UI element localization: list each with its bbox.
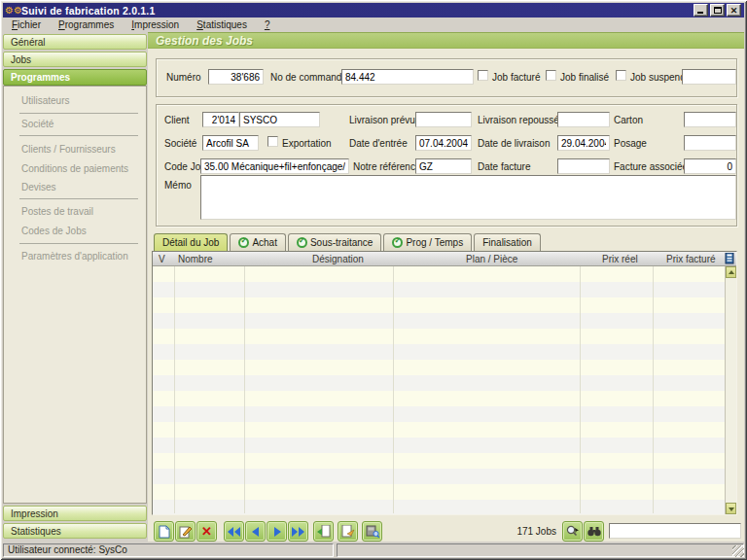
livraison-repoussee-field[interactable] — [557, 112, 610, 127]
sidebar-item-societe[interactable]: Société — [21, 118, 53, 131]
delete-record-button[interactable]: ✕ — [196, 521, 217, 542]
exportation-checkbox[interactable] — [267, 136, 278, 147]
title-bar[interactable]: ⚙⚙ Suivi de fabrication 2.0.1.1 ✕ — [3, 3, 744, 18]
scroll-up-button[interactable] — [726, 266, 736, 278]
exportation-label: Exportation — [282, 137, 332, 151]
status-user-panel: Utilisateur connecté: SysCo — [3, 543, 334, 557]
main-panel: Gestion des Jobs Numéro No de commande J… — [148, 32, 744, 542]
job-facture-checkbox[interactable] — [478, 70, 488, 81]
close-button[interactable]: ✕ — [727, 4, 741, 17]
sidebar-item-codes-jobs[interactable]: Codes de Jobs — [21, 225, 87, 238]
menu-help[interactable]: ? — [256, 18, 279, 32]
edit-pencil-icon — [179, 525, 193, 539]
date-livraison-field[interactable] — [557, 135, 610, 151]
edit-record-button[interactable] — [175, 521, 196, 542]
job-suspendu-checkbox[interactable] — [616, 70, 626, 81]
tab-detail-du-job[interactable]: Détail du Job — [154, 233, 228, 251]
goto-job-button[interactable] — [313, 521, 334, 542]
sidebar-item-postes-travail[interactable]: Postes de travail — [21, 205, 93, 219]
first-record-button[interactable] — [224, 521, 244, 542]
column-separator — [580, 266, 581, 513]
carton-field[interactable] — [684, 112, 736, 127]
date-entree-label: Date d'entrée — [349, 137, 408, 151]
magnifier-cursor-icon — [566, 525, 580, 538]
job-tabs: Détail du Job Achat Sous-traitance Prog … — [154, 233, 541, 251]
memo-label: Mémo — [164, 179, 192, 192]
last-record-button[interactable] — [288, 521, 308, 542]
column-separator — [393, 266, 394, 513]
sidebar-group-statistiques[interactable]: Statistiques — [3, 523, 147, 539]
job-finalise-checkbox[interactable] — [546, 70, 556, 81]
col-plan-piece[interactable]: Plan / Pièce — [466, 252, 517, 266]
next-arrow-icon — [273, 527, 281, 537]
sidebar-group-impression[interactable]: Impression — [3, 506, 147, 521]
new-page-icon — [159, 525, 170, 539]
resize-grip[interactable] — [732, 545, 744, 557]
job-suspendu-field[interactable] — [682, 69, 736, 85]
notre-reference-label: Notre référence — [353, 160, 420, 174]
minimize-button[interactable] — [694, 4, 708, 17]
scroll-down-button[interactable] — [726, 503, 736, 514]
date-facture-field[interactable] — [557, 158, 610, 174]
col-prix-reel[interactable]: Prix réel — [602, 252, 638, 266]
sidebar-separator — [19, 113, 138, 114]
status-bar: Utilisateur connecté: SysCo — [3, 543, 744, 558]
numero-field[interactable] — [208, 69, 264, 85]
sidebar-group-general[interactable]: Général — [3, 34, 147, 50]
quick-search-input[interactable] — [609, 523, 741, 539]
menu-programmes[interactable]: Programmes — [50, 18, 123, 32]
col-designation[interactable]: Désignation — [312, 252, 364, 266]
societe-field[interactable] — [202, 135, 259, 151]
col-prix-facture[interactable]: Prix facturé — [666, 252, 716, 266]
print-preview-button[interactable] — [362, 521, 382, 542]
col-nombre[interactable]: Nombre — [178, 252, 213, 266]
sidebar-panel: Utilisateurs Société Clients / Fournisse… — [3, 86, 147, 504]
date-entree-field[interactable] — [415, 135, 472, 151]
sidebar-item-utilisateurs[interactable]: Utilisateurs — [21, 94, 69, 108]
page-edit-arrow-icon — [341, 525, 355, 538]
job-report-button[interactable] — [338, 521, 358, 542]
menu-statistiques[interactable]: Statistiques — [188, 18, 256, 32]
filter-search-button[interactable] — [562, 521, 583, 542]
livraison-prevue-label: Livraison prévue — [349, 114, 420, 127]
client-name-field[interactable] — [239, 112, 320, 127]
livraison-prevue-field[interactable] — [415, 112, 472, 127]
sidebar-item-parametres-application[interactable]: Paramètres d'application — [21, 250, 128, 263]
sidebar-group-jobs[interactable]: Jobs — [3, 52, 147, 67]
livraison-repoussee-label: Livraison repoussée — [478, 114, 565, 127]
vertical-scrollbar[interactable] — [725, 266, 736, 514]
col-v[interactable]: V — [159, 252, 165, 266]
column-separator — [244, 266, 245, 513]
check-circle-icon — [238, 237, 249, 248]
find-button[interactable] — [584, 521, 604, 542]
client-code-field[interactable] — [202, 112, 239, 127]
tab-sous-traitance[interactable]: Sous-traitance — [288, 233, 381, 251]
next-record-button[interactable] — [267, 521, 287, 542]
new-record-button[interactable] — [154, 521, 174, 542]
code-job-field[interactable] — [200, 158, 349, 174]
sidebar-group-programmes[interactable]: Programmes — [3, 69, 147, 86]
tab-finalisation[interactable]: Finalisation — [474, 233, 541, 251]
tab-prog-temps[interactable]: Prog / Temps — [383, 233, 472, 251]
page-title: Gestion des Jobs — [148, 32, 744, 49]
no-commande-field[interactable] — [341, 69, 474, 85]
table-body-empty-rows[interactable] — [153, 266, 725, 514]
menu-fichier[interactable]: Fichier — [3, 18, 50, 32]
sidebar-item-devises[interactable]: Devises — [21, 181, 56, 194]
tab-achat[interactable]: Achat — [230, 233, 286, 251]
app-gears-icon: ⚙⚙ — [5, 5, 18, 17]
posage-field[interactable] — [684, 135, 736, 151]
memo-textarea[interactable] — [200, 175, 736, 220]
column-options-icon[interactable] — [725, 253, 735, 267]
maximize-button[interactable] — [710, 4, 725, 17]
sidebar-item-clients-fournisseurs[interactable]: Clients / Fournisseurs — [21, 143, 116, 157]
sidebar-item-conditions-paiements[interactable]: Conditions de paiements — [21, 162, 128, 176]
status-secondary-panel — [337, 543, 744, 557]
column-separator — [174, 266, 175, 513]
notre-reference-field[interactable] — [415, 158, 472, 174]
facture-associee-field[interactable] — [684, 158, 736, 174]
menu-impression[interactable]: Impression — [123, 18, 188, 32]
previous-record-button[interactable] — [245, 521, 266, 542]
minimize-icon — [697, 12, 703, 14]
tab-label: Sous-traitance — [310, 237, 373, 248]
